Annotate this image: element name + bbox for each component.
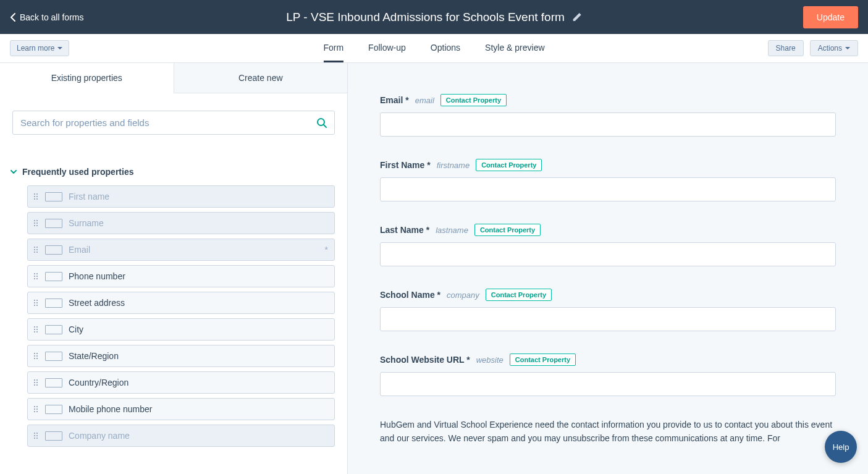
update-button[interactable]: Update [803, 6, 858, 28]
property-label: Phone number [69, 271, 125, 281]
property-item[interactable]: First name [27, 185, 335, 208]
field-label: School Website URL * [380, 355, 470, 365]
help-button[interactable]: Help [825, 431, 857, 463]
property-item[interactable]: Street address [27, 292, 335, 314]
back-label: Back to all forms [20, 12, 83, 22]
actions-button[interactable]: Actions [810, 40, 858, 56]
tab-create-new[interactable]: Create new [174, 63, 348, 93]
share-button[interactable]: Share [768, 40, 804, 56]
edit-icon[interactable] [572, 12, 582, 22]
drag-handle-icon [34, 193, 40, 200]
property-label: City [69, 324, 83, 334]
drag-handle-icon [34, 300, 40, 306]
text-field-icon [45, 352, 62, 361]
contact-property-badge: Contact Property [440, 94, 507, 106]
text-field-icon [45, 298, 62, 308]
tab-existing-properties[interactable]: Existing properties [0, 63, 174, 93]
contact-property-badge: Contact Property [476, 159, 542, 171]
sub-bar: Learn more Form Follow-up Options Style … [0, 34, 868, 63]
drag-handle-icon [34, 406, 40, 412]
main-area: Existing properties Create new Frequentl… [0, 63, 868, 474]
text-field-icon [45, 325, 62, 334]
field-label: Email * [380, 95, 409, 105]
property-item[interactable]: Mobile phone number [27, 398, 335, 420]
text-field-icon [45, 272, 62, 281]
text-field-icon [45, 245, 62, 255]
contact-property-badge: Contact Property [510, 353, 576, 366]
property-item[interactable]: Surname [27, 212, 335, 234]
text-field-icon [45, 405, 62, 414]
contact-property-badge: Contact Property [474, 224, 541, 236]
property-item[interactable]: Phone number [27, 265, 335, 287]
form-field-website[interactable]: School Website URL * website Contact Pro… [380, 353, 836, 396]
drag-handle-icon [34, 433, 40, 439]
right-actions: Share Actions [768, 40, 858, 56]
property-item[interactable]: Email * [27, 239, 335, 261]
learn-more-button[interactable]: Learn more [10, 40, 69, 56]
property-label: Street address [69, 298, 125, 308]
main-tabs: Form Follow-up Options Style & preview [323, 34, 544, 62]
search-wrap [0, 93, 347, 146]
field-input[interactable] [380, 177, 836, 201]
property-item[interactable]: City [27, 318, 335, 341]
drag-handle-icon [34, 353, 40, 359]
required-asterisk: * [325, 245, 328, 255]
drag-handle-icon [34, 247, 40, 253]
drag-handle-icon [34, 273, 40, 279]
property-item[interactable]: State/Region [27, 345, 335, 367]
search-input[interactable] [12, 111, 335, 135]
panel-tabs: Existing properties Create new [0, 63, 347, 93]
field-input[interactable] [380, 372, 836, 396]
form-field-company[interactable]: School Name * company Contact Property [380, 289, 836, 331]
tab-follow-up[interactable]: Follow-up [368, 34, 406, 62]
field-label: First Name * [380, 160, 431, 170]
field-input[interactable] [380, 112, 836, 137]
property-label: State/Region [69, 351, 119, 361]
search-icon[interactable] [316, 117, 327, 129]
title-wrap: LP - VSE Inbound Admissions for Schools … [286, 11, 582, 24]
property-label: First name [69, 192, 109, 201]
field-internal-name: company [447, 290, 479, 300]
drag-handle-icon [34, 379, 40, 386]
back-to-forms-link[interactable]: Back to all forms [10, 12, 83, 22]
contact-property-badge: Contact Property [486, 289, 552, 301]
search-box [12, 111, 335, 135]
field-internal-name: firstname [437, 161, 470, 170]
learn-more-label: Learn more [17, 44, 54, 53]
property-label: Mobile phone number [69, 404, 152, 414]
property-item[interactable]: Company name [27, 425, 335, 447]
field-input[interactable] [380, 242, 836, 266]
field-label: Last Name * [380, 225, 429, 235]
field-label-row: First Name * firstname Contact Property [380, 159, 836, 171]
svg-line-1 [324, 125, 326, 127]
field-label-row: School Website URL * website Contact Pro… [380, 353, 836, 366]
form-canvas: Email * email Contact Property First Nam… [348, 63, 868, 474]
page-title: LP - VSE Inbound Admissions for Schools … [286, 11, 565, 24]
field-label: School Name * [380, 290, 440, 300]
text-field-icon [45, 192, 62, 201]
help-label: Help [833, 442, 849, 452]
section-title: Frequently used properties [22, 167, 133, 177]
property-label: Country/Region [69, 378, 129, 387]
form-field-email[interactable]: Email * email Contact Property [380, 94, 836, 137]
tab-form[interactable]: Form [323, 34, 343, 62]
field-input[interactable] [380, 307, 836, 331]
tab-style-preview[interactable]: Style & preview [485, 34, 544, 62]
chevron-left-icon [10, 12, 16, 22]
field-internal-name: website [476, 355, 504, 365]
left-panel: Existing properties Create new Frequentl… [0, 63, 348, 474]
field-label-row: School Name * company Contact Property [380, 289, 836, 301]
property-item[interactable]: Country/Region [27, 371, 335, 394]
property-label: Surname [69, 218, 104, 228]
form-field-firstname[interactable]: First Name * firstname Contact Property [380, 159, 836, 201]
field-label-row: Last Name * lastname Contact Property [380, 224, 836, 236]
text-field-icon [45, 378, 62, 387]
property-list: First name Surname Email * Phone number [0, 185, 347, 447]
field-internal-name: lastname [436, 226, 468, 235]
top-bar: Back to all forms LP - VSE Inbound Admis… [0, 0, 868, 34]
form-field-lastname[interactable]: Last Name * lastname Contact Property [380, 224, 836, 266]
drag-handle-icon [34, 326, 40, 332]
section-header-frequently-used[interactable]: Frequently used properties [0, 161, 347, 185]
field-label-row: Email * email Contact Property [380, 94, 836, 106]
tab-options[interactable]: Options [431, 34, 460, 62]
